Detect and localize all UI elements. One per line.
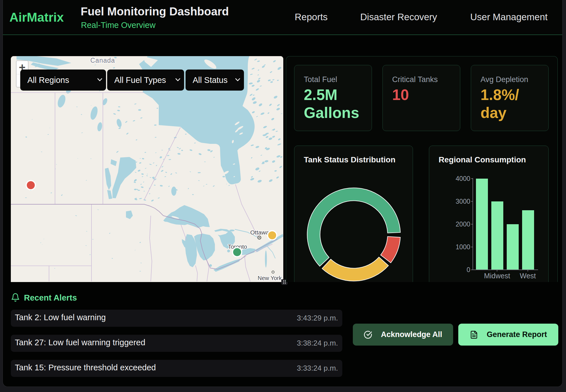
svg-text:Midwest: Midwest xyxy=(484,272,510,280)
svg-text:Canada: Canada xyxy=(90,57,115,64)
svg-text:0: 0 xyxy=(467,266,470,273)
svg-text:1000: 1000 xyxy=(456,243,470,251)
svg-text:West: West xyxy=(520,272,536,280)
svg-text:2000: 2000 xyxy=(456,220,470,228)
svg-text:4000: 4000 xyxy=(456,175,470,182)
svg-text:New York: New York xyxy=(258,275,282,281)
svg-text:3000: 3000 xyxy=(456,198,470,205)
svg-text:Ottawa: Ottawa xyxy=(250,229,269,236)
